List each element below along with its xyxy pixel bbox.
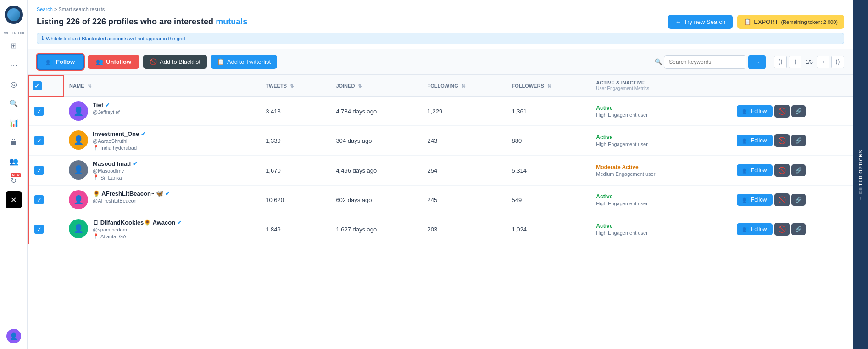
actions-column-header xyxy=(731,75,853,96)
user-display-name: 🗒 DilfandKookies🌻 Awacon ✔ xyxy=(93,219,182,226)
select-all-checkbox[interactable]: ✓ xyxy=(33,81,42,90)
actions-cell: 👥 Follow 🚫 🔗 xyxy=(731,156,853,186)
row-actions: 👥 Follow 🚫 🔗 xyxy=(737,193,848,206)
follow-button[interactable]: 👥 Follow xyxy=(737,135,773,146)
search-go-button[interactable]: → xyxy=(748,55,766,69)
profile-link-button[interactable]: 🔗 xyxy=(791,105,806,117)
follow-button[interactable]: 👥 Follow xyxy=(737,164,773,176)
following-sort-icon[interactable]: ⇅ xyxy=(462,84,465,89)
followers-sort-icon[interactable]: ⇅ xyxy=(547,84,551,89)
profile-link-button[interactable]: 🔗 xyxy=(791,223,806,235)
sidebar-icon-network[interactable]: ⋯ xyxy=(6,56,22,73)
tweets-cell: 1,339 xyxy=(260,126,330,156)
block-button[interactable]: 🚫 xyxy=(774,193,790,206)
status-badge: Moderate Active xyxy=(596,164,725,170)
unfollow-all-button[interactable]: 👥 Unfollow xyxy=(88,55,139,69)
following-cell: 254 xyxy=(422,156,506,186)
sidebar-icon-trash[interactable]: 🗑 xyxy=(6,134,22,150)
joined-column-header[interactable]: JOINED ⇅ xyxy=(330,75,422,96)
app-logo[interactable] xyxy=(5,6,23,24)
user-avatar[interactable]: 👤 xyxy=(6,329,21,343)
avatar: 👤 xyxy=(69,160,88,180)
user-handle[interactable]: @AFreshLitBeacon xyxy=(93,198,170,203)
name-column-header[interactable]: NAME ⇅ xyxy=(63,75,260,96)
user-handle[interactable]: @spamthedom xyxy=(93,227,182,232)
sidebar-icon-twitter[interactable]: ✕ xyxy=(6,191,22,208)
filter-icon: ≡ xyxy=(858,197,863,200)
sidebar-icon-users[interactable]: 👥 xyxy=(6,153,22,169)
user-handle[interactable]: @Jeffreytief xyxy=(93,109,120,115)
row-checkbox[interactable]: ✓ xyxy=(34,166,44,175)
tweets-column-header[interactable]: TWEETS ⇅ xyxy=(260,75,330,96)
pagination: ⟨⟨ ⟨ 1/3 ⟩ ⟩⟩ xyxy=(774,56,844,68)
status-badge: Active xyxy=(596,223,725,229)
follow-button[interactable]: 👥 Follow xyxy=(737,105,773,117)
row-checkbox[interactable]: ✓ xyxy=(34,225,44,234)
results-table: ✓ NAME ⇅ TWEETS ⇅ JOINED ⇅ xyxy=(28,75,853,244)
followers-column-header[interactable]: FOLLOWERS ⇅ xyxy=(506,75,590,96)
block-button[interactable]: 🚫 xyxy=(774,223,790,236)
sidebar-icon-chart[interactable]: 📊 xyxy=(6,114,22,131)
try-new-search-button[interactable]: ← Try new Search xyxy=(668,15,733,29)
user-info: 👤 🌻 AFreshLitBeacon~ 🦋 ✔ @AFreshLitBeaco… xyxy=(69,190,255,209)
follow-icon: 👥 xyxy=(742,137,749,144)
active-cell: Active High Engagement user xyxy=(590,126,731,156)
follow-button[interactable]: 👥 Follow xyxy=(737,194,773,206)
export-button[interactable]: 📋 EXPORT (Remaining token: 2,000) xyxy=(737,15,844,29)
actions-cell: 👥 Follow 🚫 🔗 xyxy=(731,96,853,126)
row-checkbox[interactable]: ✓ xyxy=(34,195,44,204)
follow-all-button[interactable]: 👥 Follow xyxy=(37,54,84,70)
page-last-button[interactable]: ⟩⟩ xyxy=(831,56,844,68)
page-prev-button[interactable]: ⟨ xyxy=(789,56,801,68)
location-icon: 📍 xyxy=(93,174,99,180)
tweets-cell: 3,413 xyxy=(260,96,330,126)
breadcrumb-search[interactable]: Search xyxy=(37,6,53,12)
follow-icon: 👥 xyxy=(742,167,749,174)
block-button[interactable]: 🚫 xyxy=(774,105,790,118)
add-to-twitterlist-button[interactable]: 📋 Add to Twitterlist xyxy=(211,55,277,69)
following-cell: 203 xyxy=(422,214,506,244)
follow-icon: 👥 xyxy=(46,58,53,65)
profile-link-button[interactable]: 🔗 xyxy=(791,164,806,176)
search-input[interactable] xyxy=(664,55,746,69)
filter-options-sidebar[interactable]: ≡ FILTER OPTIONS xyxy=(853,0,868,349)
block-button[interactable]: 🚫 xyxy=(774,134,790,147)
unfollow-icon: 👥 xyxy=(96,58,103,65)
actions-cell: 👥 Follow 🚫 🔗 xyxy=(731,186,853,214)
row-checkbox[interactable]: ✓ xyxy=(34,107,44,116)
engagement-label: Medium Engagement user xyxy=(596,171,725,177)
sidebar-icon-target[interactable]: ◎ xyxy=(6,76,22,92)
add-to-blacklist-button[interactable]: 🚫 Add to Blacklist xyxy=(143,55,207,69)
active-cell: Active High Engagement user xyxy=(590,96,731,126)
info-icon: ℹ xyxy=(42,35,44,41)
row-actions: 👥 Follow 🚫 🔗 xyxy=(737,164,848,177)
sidebar-icon-search[interactable]: 🔍 xyxy=(6,95,22,112)
location-icon: 📍 xyxy=(93,233,99,239)
user-handle[interactable]: @AaraeShruthi xyxy=(93,138,145,144)
joined-cell: 4,784 days ago xyxy=(330,96,422,126)
following-column-header[interactable]: FOLLOWING ⇅ xyxy=(422,75,506,96)
user-display-name: Tief ✔ xyxy=(93,101,120,108)
block-button[interactable]: 🚫 xyxy=(774,164,790,177)
profile-link-button[interactable]: 🔗 xyxy=(791,135,806,146)
page-next-button[interactable]: ⟩ xyxy=(817,56,829,68)
follow-button[interactable]: 👥 Follow xyxy=(737,223,773,235)
follow-icon: 👥 xyxy=(742,108,749,114)
sidebar-icon-refresh[interactable]: ↻ NEW xyxy=(6,172,22,189)
user-handle[interactable]: @MasoodImv xyxy=(93,168,137,174)
row-checkbox[interactable]: ✓ xyxy=(34,136,44,145)
verified-badge: ✔ xyxy=(105,102,110,108)
tweets-sort-icon[interactable]: ⇅ xyxy=(290,84,294,89)
row-actions: 👥 Follow 🚫 🔗 xyxy=(737,134,848,147)
name-sort-icon[interactable]: ⇅ xyxy=(88,84,91,89)
table-row: ✓ 👤 Investment_One ✔ @AaraeShruthi 📍Indi… xyxy=(28,126,854,156)
joined-sort-icon[interactable]: ⇅ xyxy=(358,84,362,89)
joined-cell: 602 days ago xyxy=(330,186,422,214)
followers-cell: 880 xyxy=(506,126,590,156)
sidebar-icon-grid[interactable]: ⊞ xyxy=(6,37,22,54)
profile-link-button[interactable]: 🔗 xyxy=(791,194,806,206)
follow-icon: 👥 xyxy=(742,226,749,232)
info-bar: ℹ Whitelisted and Blacklisted accounts w… xyxy=(37,33,844,44)
filter-options-label: ≡ FILTER OPTIONS xyxy=(858,150,863,200)
page-first-button[interactable]: ⟨⟨ xyxy=(774,56,787,68)
